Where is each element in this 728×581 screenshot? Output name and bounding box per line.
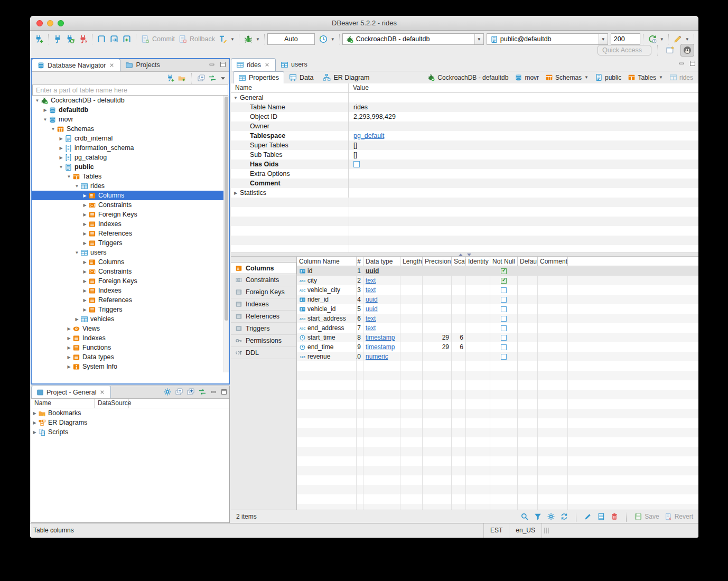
collapse-all-icon[interactable] (175, 388, 183, 396)
detail-tab-references[interactable]: References (231, 311, 296, 323)
tree-item-columns[interactable]: ▶Columns (32, 191, 229, 200)
expand-arrow-icon[interactable]: ▶ (81, 260, 88, 265)
expand-arrow-icon[interactable]: ▶ (232, 191, 239, 195)
has-oids-checkbox[interactable] (353, 161, 360, 167)
expand-arrow-icon[interactable]: ▶ (31, 430, 38, 435)
column-row-end-time[interactable]: end_time9timestamp296 (297, 342, 698, 352)
breadcrumb-public[interactable]: public (595, 73, 621, 81)
expand-arrow-icon[interactable]: ▶ (81, 231, 88, 236)
gear-icon[interactable] (547, 512, 555, 521)
expand-arrow-icon[interactable]: ▶ (31, 420, 38, 425)
expand-all-icon[interactable] (186, 388, 195, 396)
zoom-window-button[interactable] (58, 20, 64, 26)
tab-projects[interactable]: Projects (120, 59, 164, 71)
not-null-checkbox[interactable] (501, 306, 507, 312)
detail-tab-permissions[interactable]: Permissions (231, 335, 296, 347)
properties-name-header[interactable]: Name (231, 83, 349, 92)
tree-item-public[interactable]: ▼public (32, 162, 229, 172)
not-null-checkbox[interactable] (501, 354, 507, 360)
expand-arrow-icon[interactable]: ▶ (58, 146, 64, 151)
debug-button[interactable]: ▼ (242, 33, 262, 45)
search-icon[interactable] (520, 512, 529, 521)
expand-arrow-icon[interactable]: ▶ (42, 108, 49, 113)
column-row-city[interactable]: ABCcity2text (297, 276, 698, 285)
property-row-tablespace[interactable]: Tablespacepg_default (231, 131, 698, 140)
expand-arrow-icon[interactable]: ▶ (81, 307, 88, 312)
column-row-rider-id[interactable]: rider_id4uuid (297, 295, 698, 304)
column-row-revenue[interactable]: 123revenue10numeric (297, 352, 698, 361)
invalidate-connection-button[interactable] (64, 33, 77, 45)
not-null-checkbox[interactable] (501, 268, 507, 274)
fetch-size-input[interactable] (611, 33, 640, 45)
not-null-checkbox[interactable] (501, 278, 507, 284)
tree-item-cockroachdb-defaultdb[interactable]: ▼CockroachDB - defaultdb (32, 96, 229, 105)
scrollbar-thumb[interactable] (225, 97, 228, 321)
property-row-comment[interactable]: Comment (231, 179, 698, 188)
minimize-window-button[interactable] (47, 20, 53, 26)
tree-item-roles[interactable]: ▼Roles (32, 371, 229, 372)
tree-item-system-info[interactable]: ▶System Info (32, 362, 229, 371)
tree-item-movr[interactable]: ▼movr (32, 115, 229, 124)
tree-item-rides[interactable]: ▼rides (32, 181, 229, 191)
minimize-editor-icon[interactable] (678, 60, 685, 67)
tree-item-indexes[interactable]: ▶Indexes (32, 333, 229, 343)
locale-indicator[interactable]: en_US (509, 523, 542, 538)
project-item-scripts[interactable]: ▶Scripts (31, 427, 229, 437)
view-rows-icon[interactable] (597, 512, 605, 521)
data-type-link[interactable]: uuid (366, 267, 379, 275)
new-connection-icon[interactable] (166, 74, 175, 82)
not-null-checkbox[interactable] (501, 344, 507, 350)
collapse-arrow-icon[interactable]: ▼ (58, 165, 64, 170)
tree-item-indexes[interactable]: ▶Indexes (32, 286, 229, 295)
expand-arrow-icon[interactable]: ▶ (66, 336, 72, 341)
subtab-er-diagram[interactable]: ER Diagram (318, 71, 374, 83)
tree-item-references[interactable]: ▶References (32, 295, 229, 305)
splitter-sash[interactable] (231, 252, 698, 257)
grid-header-scale[interactable]: Scale (452, 257, 466, 266)
save-button[interactable]: Save (634, 512, 659, 521)
revert-button[interactable]: Revert (664, 512, 693, 521)
subtab-data[interactable]: Data (284, 71, 318, 83)
breadcrumb-movr[interactable]: movr (515, 73, 539, 81)
tab-project-general[interactable]: Project - General (31, 386, 111, 398)
collapse-arrow-icon[interactable]: ▼ (50, 127, 57, 132)
not-null-checkbox[interactable] (501, 316, 507, 322)
new-folder-icon[interactable] (178, 74, 186, 82)
property-row-statistics[interactable]: ▶Statistics (231, 188, 698, 198)
grid-header-precision[interactable]: Precision (423, 257, 452, 266)
collapse-arrow-icon[interactable]: ▼ (73, 184, 80, 189)
gear-icon[interactable] (163, 388, 172, 396)
tree-item-defaultdb[interactable]: ▶defaultdb (32, 105, 229, 115)
data-type-link[interactable]: text (366, 324, 376, 332)
grid-header-comment[interactable]: Comment (538, 257, 568, 266)
collapse-arrow-icon[interactable]: ▼ (34, 98, 41, 103)
title-bar[interactable]: DBeaver 5.2.2 - rides (30, 16, 698, 31)
properties-value-header[interactable]: Value (349, 83, 698, 92)
tree-item-foreign-keys[interactable]: ▶Foreign Keys (32, 210, 229, 219)
tree-item-indexes[interactable]: ▶Indexes (32, 219, 229, 229)
collapse-arrow-icon[interactable]: ▼ (73, 250, 80, 255)
table-filter-input[interactable] (32, 85, 228, 96)
expand-arrow-icon[interactable]: ▶ (81, 279, 88, 284)
expand-arrow-icon[interactable]: ▶ (66, 345, 72, 350)
commit-mode-select[interactable]: Auto (267, 33, 315, 45)
maximize-view-icon[interactable] (219, 61, 227, 68)
connection-select[interactable]: CockroachDB - defaultdb ▼ (342, 33, 484, 45)
collapse-arrow-icon[interactable]: ▼ (42, 117, 49, 122)
detail-tab-columns[interactable]: Columns (231, 262, 296, 274)
not-null-checkbox[interactable] (501, 287, 507, 293)
close-icon[interactable] (99, 389, 106, 396)
column-row-id[interactable]: id1uuid (297, 266, 698, 276)
data-type-link[interactable]: text (366, 286, 376, 294)
filter-icon[interactable] (534, 512, 542, 521)
execution-history-button[interactable]: ▼ (317, 33, 337, 45)
detail-tab-foreign-keys[interactable]: Foreign Keys (231, 286, 296, 298)
not-null-checkbox[interactable] (501, 335, 507, 341)
rollback-button[interactable]: Rollback (176, 33, 217, 45)
data-type-link[interactable]: uuid (366, 296, 378, 303)
expand-arrow-icon[interactable]: ▶ (58, 136, 64, 141)
expand-arrow-icon[interactable]: ▶ (81, 298, 88, 303)
column-header-datasource[interactable]: DataSource (95, 399, 129, 408)
disconnect-button[interactable] (77, 33, 89, 45)
breadcrumb-schemas[interactable]: Schemas▼ (545, 73, 589, 81)
